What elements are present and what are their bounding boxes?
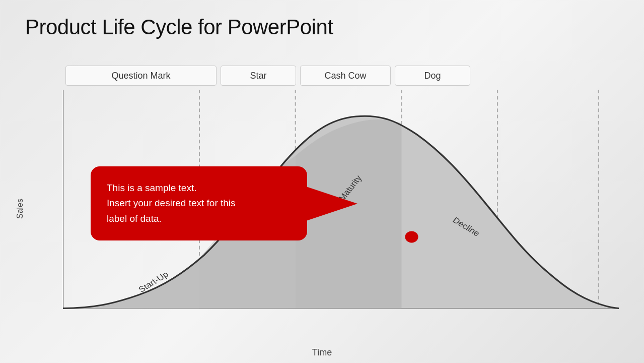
shade-q [63,258,199,309]
chart-area: Sales Question Mark Star Cash Cow Dog [25,66,619,343]
callout-line3: label of data. [107,213,162,224]
y-axis-label: Sales [16,199,25,219]
callout-box: This is a sample text. Insert your desir… [91,166,307,240]
phase-labels-row: Question Mark Star Cash Cow Dog [65,66,619,86]
callout-line2: Insert your desired text for this [107,198,236,208]
callout-line1: This is a sample text. [107,183,196,193]
slide: Product Life Cycle for PowerPoint Sales … [0,0,644,363]
phase-label-question-mark: Question Mark [65,66,217,86]
x-axis-label: Time [312,347,332,358]
data-point-dot [405,231,418,243]
phase-label-cash-cow: Cash Cow [300,66,391,86]
page-title: Product Life Cycle for PowerPoint [25,15,619,39]
phase-label-dog: Dog [395,66,470,86]
phase-label-star: Star [221,66,296,86]
